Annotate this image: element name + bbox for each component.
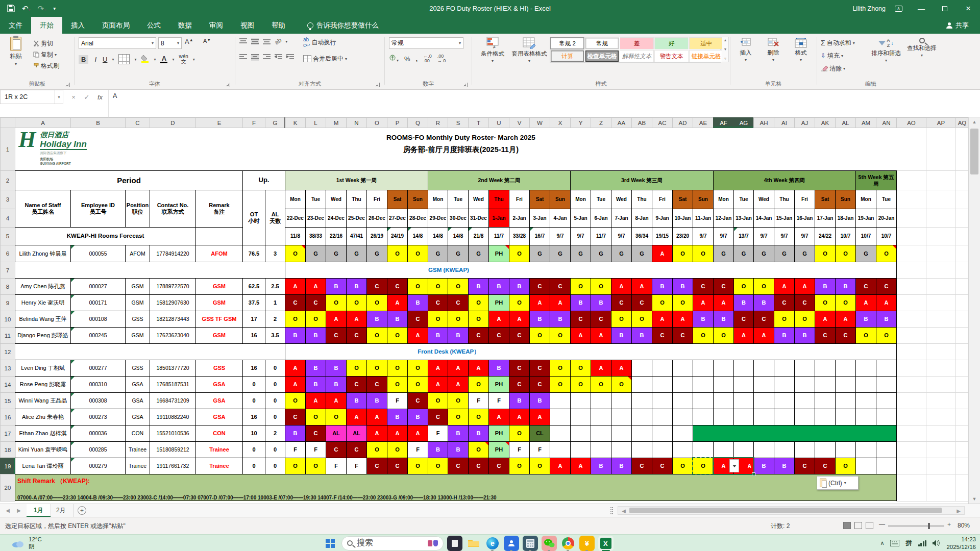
- forecast-cell[interactable]: 14/8: [448, 227, 469, 245]
- shift-cell[interactable]: [631, 409, 652, 425]
- staff-ot[interactable]: 0: [242, 376, 265, 393]
- align-right-icon[interactable]: [263, 54, 271, 61]
- shift-cell[interactable]: [713, 409, 734, 425]
- shift-cell[interactable]: C: [815, 458, 836, 474]
- shift-cell[interactable]: B: [733, 294, 754, 311]
- shift-cell[interactable]: O: [672, 458, 693, 474]
- date-cell[interactable]: 27-Dec: [387, 209, 408, 228]
- forecast-cell[interactable]: 10/7: [855, 227, 876, 245]
- ribbon-tab[interactable]: 视图: [232, 17, 263, 34]
- shift-cell[interactable]: F: [407, 441, 428, 458]
- shift-cell[interactable]: C: [285, 294, 306, 311]
- staff-name[interactable]: Ethan Zhao 赵梓淇: [15, 425, 71, 442]
- day-cell[interactable]: Sun: [693, 190, 714, 209]
- date-cell[interactable]: 22-Dec: [285, 209, 306, 228]
- paste-button[interactable]: 粘贴▾: [4, 37, 28, 73]
- shift-cell[interactable]: O: [448, 409, 469, 425]
- week-band[interactable]: 1st Week 第一周: [285, 170, 428, 190]
- ribbon-tab[interactable]: 页面布局: [93, 17, 138, 34]
- shift-cell[interactable]: O: [733, 278, 754, 295]
- shift-cell[interactable]: A: [428, 360, 448, 377]
- shift-cell[interactable]: O: [407, 245, 428, 262]
- date-cell[interactable]: 4-Jan: [550, 209, 571, 228]
- staff-remark[interactable]: Trainee: [195, 441, 243, 458]
- col-header[interactable]: G: [265, 117, 285, 128]
- shift-cell[interactable]: O: [774, 311, 795, 328]
- sheet-tab[interactable]: 1月: [27, 504, 51, 517]
- shift-cell[interactable]: [570, 392, 591, 409]
- staff-id[interactable]: 000055: [70, 245, 126, 262]
- staff-id[interactable]: 000308: [70, 392, 126, 409]
- phonetic-button[interactable]: wén文: [179, 54, 188, 64]
- day-cell[interactable]: Sat: [815, 190, 836, 209]
- shift-cell[interactable]: B: [305, 327, 326, 344]
- forecast-cell[interactable]: 11/7: [591, 227, 611, 245]
- forecast-cell[interactable]: 24/22: [815, 227, 836, 245]
- shift-cell[interactable]: B: [815, 278, 836, 295]
- shift-cell[interactable]: A: [876, 294, 897, 311]
- shift-cell[interactable]: C: [652, 458, 673, 474]
- taskbar-weather[interactable]: 12°C阴: [11, 536, 42, 550]
- col-header[interactable]: AG: [733, 117, 754, 128]
- shift-cell[interactable]: O: [346, 294, 367, 311]
- shift-cell[interactable]: O: [550, 376, 571, 393]
- shift-cell[interactable]: C: [428, 294, 448, 311]
- forecast-cell[interactable]: 9/7: [570, 227, 591, 245]
- date-cell[interactable]: 26-Dec: [366, 209, 387, 228]
- green-merged-block[interactable]: [693, 425, 897, 442]
- shift-cell[interactable]: [713, 392, 734, 409]
- tell-me-box[interactable]: 告诉我你想要做什么: [307, 17, 379, 34]
- shift-cell[interactable]: F: [346, 458, 367, 474]
- shift-cell[interactable]: B: [753, 294, 774, 311]
- cell-style-item[interactable]: 差: [620, 37, 654, 49]
- shift-cell[interactable]: C: [774, 294, 795, 311]
- shift-cell[interactable]: O: [387, 441, 408, 458]
- date-cell[interactable]: 18-Jan: [835, 209, 856, 228]
- shift-cell[interactable]: [631, 360, 652, 377]
- shift-cell[interactable]: A: [591, 360, 611, 377]
- shift-cell[interactable]: B: [591, 294, 611, 311]
- shift-cell[interactable]: A: [346, 409, 367, 425]
- staff-contact[interactable]: 16684731209: [150, 392, 196, 409]
- shift-cell[interactable]: [753, 409, 774, 425]
- col-header[interactable]: AJ: [794, 117, 815, 128]
- staff-remark[interactable]: GSM: [195, 294, 243, 311]
- ribbon-tab[interactable]: 数据: [169, 17, 201, 34]
- forecast-cell[interactable]: 26/19: [366, 227, 387, 245]
- select-all-corner[interactable]: [0, 117, 15, 128]
- column-header-C[interactable]: Position职位: [125, 190, 150, 228]
- shift-cell[interactable]: A: [652, 245, 673, 262]
- shift-cell[interactable]: G: [428, 245, 448, 262]
- staff-al[interactable]: 2: [265, 311, 285, 328]
- staff-remark[interactable]: AFOM: [195, 245, 243, 262]
- row-header[interactable]: 18: [0, 441, 15, 458]
- staff-name[interactable]: Amy Chen 陈孔燕: [15, 278, 71, 295]
- forecast-cell[interactable]: 23/20: [672, 227, 693, 245]
- date-cell[interactable]: 16-Jan: [794, 209, 815, 228]
- staff-name[interactable]: Lena Tan 谭玲丽: [15, 458, 71, 474]
- borders-icon[interactable]: [118, 54, 130, 64]
- fill-button[interactable]: ⇩填充▾: [819, 50, 845, 61]
- network-icon[interactable]: [918, 540, 927, 546]
- shift-cell[interactable]: C: [346, 376, 367, 393]
- shift-cell[interactable]: O: [611, 311, 632, 328]
- shift-cell[interactable]: O: [407, 458, 428, 474]
- day-cell[interactable]: Tue: [591, 190, 611, 209]
- shift-cell[interactable]: O: [326, 409, 347, 425]
- staff-name[interactable]: Winni Wang 王晶晶: [15, 392, 71, 409]
- shift-cell[interactable]: A: [509, 409, 530, 425]
- shift-cell[interactable]: [652, 425, 673, 442]
- underline-button[interactable]: U: [103, 56, 107, 63]
- col-header[interactable]: AN: [876, 117, 897, 128]
- shift-cell[interactable]: [753, 441, 774, 458]
- shift-cell[interactable]: B: [305, 360, 326, 377]
- staff-al[interactable]: 0: [265, 409, 285, 425]
- font-size-combo[interactable]: 8▾: [158, 37, 182, 49]
- shift-cell[interactable]: O: [815, 245, 836, 262]
- italic-button[interactable]: I: [93, 55, 98, 64]
- staff-al[interactable]: 3.5: [265, 327, 285, 344]
- row-header[interactable]: 7: [0, 262, 15, 279]
- shift-cell[interactable]: G: [366, 245, 387, 262]
- shift-cell[interactable]: [815, 409, 836, 425]
- day-cell[interactable]: Mon: [285, 190, 306, 209]
